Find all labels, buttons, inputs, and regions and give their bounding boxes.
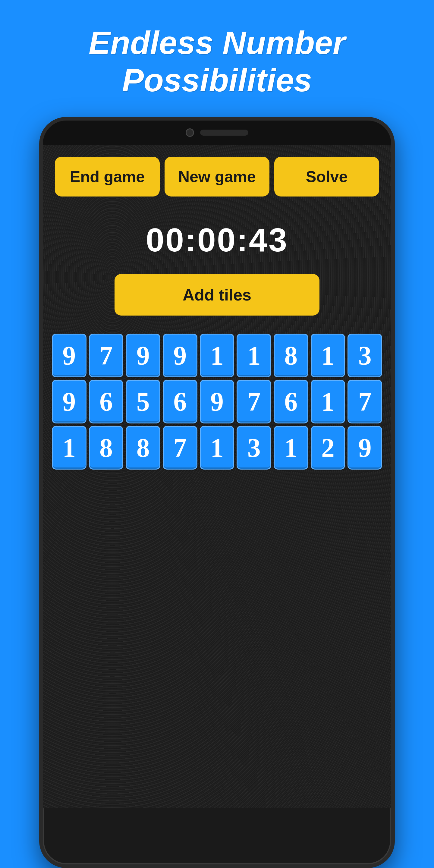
tile-r2-c1[interactable]: 9 (52, 380, 87, 424)
tile-r1-c9[interactable]: 3 (347, 334, 382, 377)
tile-r3-c1[interactable]: 1 (52, 426, 87, 470)
side-button (391, 235, 395, 271)
tile-r1-c6[interactable]: 1 (237, 334, 271, 377)
tile-r1-c8[interactable]: 1 (311, 334, 345, 377)
tile-r2-c5[interactable]: 9 (200, 380, 235, 424)
tile-r3-c5[interactable]: 1 (200, 426, 235, 470)
tile-r3-c2[interactable]: 8 (89, 426, 124, 470)
end-game-button[interactable]: End game (55, 157, 160, 196)
tile-r2-c6[interactable]: 7 (237, 380, 271, 424)
speaker (200, 130, 248, 135)
tile-r3-c4[interactable]: 7 (163, 426, 197, 470)
tile-r1-c4[interactable]: 9 (163, 334, 197, 377)
tile-r3-c6[interactable]: 3 (237, 426, 271, 470)
tile-r2-c4[interactable]: 6 (163, 380, 197, 424)
tile-r1-c5[interactable]: 1 (200, 334, 235, 377)
phone-notch (43, 121, 391, 145)
tile-r3-c7[interactable]: 1 (274, 426, 308, 470)
camera-icon (186, 128, 194, 137)
tile-r1-c3[interactable]: 9 (126, 334, 160, 377)
tile-r1-c2[interactable]: 7 (89, 334, 124, 377)
tile-r2-c7[interactable]: 6 (274, 380, 308, 424)
solve-button[interactable]: Solve (274, 157, 379, 196)
tile-r2-c3[interactable]: 5 (126, 380, 160, 424)
tile-r1-c7[interactable]: 8 (274, 334, 308, 377)
tile-r1-c1[interactable]: 9 (52, 334, 87, 377)
page-title: Endless Number Possibilities (0, 0, 434, 117)
new-game-button[interactable]: New game (164, 157, 270, 196)
tile-r3-c9[interactable]: 9 (347, 426, 382, 470)
tile-r3-c3[interactable]: 8 (126, 426, 160, 470)
phone-frame: End game New game Solve 00:00:43 Add til… (39, 117, 395, 868)
timer-display: 00:00:43 (43, 206, 391, 268)
tile-r2-c8[interactable]: 1 (311, 380, 345, 424)
tiles-grid: 9 7 9 9 1 1 8 1 3 9 6 5 6 9 7 6 1 7 1 8 … (43, 334, 391, 470)
tile-r2-c2[interactable]: 6 (89, 380, 124, 424)
add-tiles-button[interactable]: Add tiles (115, 274, 319, 315)
phone-screen: End game New game Solve 00:00:43 Add til… (43, 145, 391, 808)
tile-r3-c8[interactable]: 2 (311, 426, 345, 470)
tile-r2-c9[interactable]: 7 (347, 380, 382, 424)
toolbar: End game New game Solve (43, 145, 391, 206)
